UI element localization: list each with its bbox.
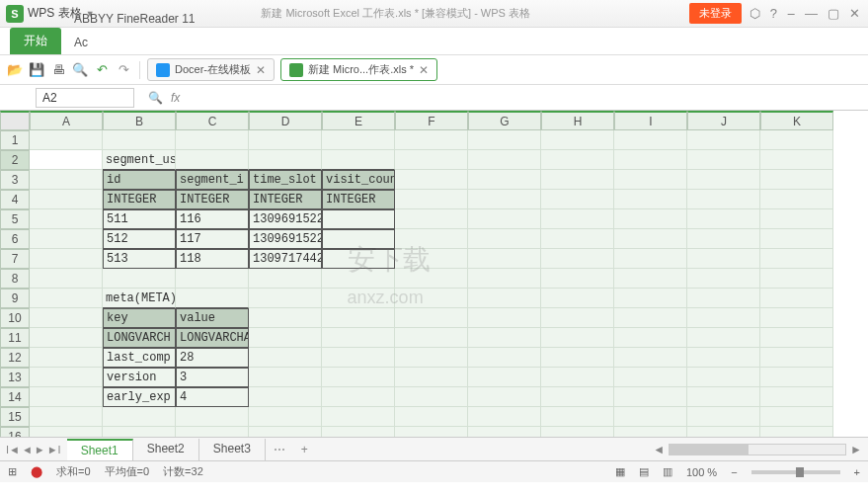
cell-J16[interactable] — [687, 427, 760, 437]
cell-B1[interactable] — [103, 130, 176, 150]
row-header-15[interactable]: 15 — [0, 407, 30, 427]
ribbon-tab-10[interactable]: Ac — [61, 31, 208, 54]
cell-K3[interactable] — [760, 170, 833, 190]
cell-I13[interactable] — [614, 368, 687, 387]
cell-B12[interactable]: last_comp — [103, 348, 176, 368]
sheet-menu-icon[interactable]: ⋯ — [266, 443, 293, 456]
zoom-out-icon[interactable]: − — [731, 466, 737, 478]
sheet-nav-next-icon[interactable]: ► — [35, 444, 45, 455]
cell-F10[interactable] — [395, 308, 468, 328]
print-icon[interactable]: 🖶 — [49, 61, 67, 79]
cell-F7[interactable] — [395, 249, 468, 269]
cell-I9[interactable] — [614, 289, 687, 308]
document-tab-1[interactable]: 新建 Micro...作表.xls *✕ — [280, 58, 437, 81]
cell-A9[interactable] — [30, 289, 103, 308]
cell-D2[interactable] — [249, 150, 322, 170]
cell-A15[interactable] — [30, 407, 103, 427]
cell-E14[interactable] — [322, 387, 395, 407]
cell-F11[interactable] — [395, 328, 468, 348]
cell-F13[interactable] — [395, 368, 468, 387]
cell-B16[interactable] — [103, 427, 176, 437]
cell-C12[interactable]: 28 — [176, 348, 249, 368]
cell-G5[interactable] — [468, 209, 541, 229]
column-header-G[interactable]: G — [468, 111, 541, 130]
zoom-level[interactable]: 100 % — [686, 466, 717, 478]
cell-A11[interactable] — [30, 328, 103, 348]
cell-I12[interactable] — [614, 348, 687, 368]
select-all-cell[interactable] — [0, 111, 30, 130]
view-page-icon[interactable]: ▤ — [639, 465, 649, 478]
cell-J4[interactable] — [687, 190, 760, 209]
cell-B9[interactable]: meta(META) — [103, 289, 176, 308]
cell-J5[interactable] — [687, 209, 760, 229]
cell-C16[interactable] — [176, 427, 249, 437]
cell-D12[interactable] — [249, 348, 322, 368]
cell-A13[interactable] — [30, 368, 103, 387]
input-mode-icon[interactable]: ⊞ — [8, 465, 17, 478]
row-header-9[interactable]: 9 — [0, 289, 30, 308]
fx-search-icon[interactable]: 🔍 — [148, 91, 163, 105]
cell-H5[interactable] — [541, 209, 614, 229]
cell-D14[interactable] — [249, 387, 322, 407]
cell-D3[interactable]: time_slot — [249, 170, 322, 190]
undo-icon[interactable]: ↶ — [93, 61, 111, 79]
close-tab-icon[interactable]: ✕ — [419, 63, 429, 77]
cell-F15[interactable] — [395, 407, 468, 427]
cell-G1[interactable] — [468, 130, 541, 150]
cell-G4[interactable] — [468, 190, 541, 209]
add-sheet-button[interactable]: + — [293, 443, 316, 456]
cell-A12[interactable] — [30, 348, 103, 368]
cell-K12[interactable] — [760, 348, 833, 368]
cell-A8[interactable] — [30, 269, 103, 289]
cell-E7[interactable] — [322, 249, 395, 269]
row-header-13[interactable]: 13 — [0, 368, 30, 387]
cell-E3[interactable]: visit_count — [322, 170, 395, 190]
column-header-B[interactable]: B — [103, 111, 176, 130]
ribbon-tab-8[interactable]: 特色功能 — [61, 0, 208, 7]
cell-D6[interactable]: 1309691522 — [249, 229, 322, 249]
cell-C4[interactable]: INTEGER — [176, 190, 249, 209]
cell-J9[interactable] — [687, 289, 760, 308]
sheet-nav-first-icon[interactable]: I◄ — [6, 444, 20, 455]
cell-B14[interactable]: early_exp — [103, 387, 176, 407]
cell-F14[interactable] — [395, 387, 468, 407]
column-header-K[interactable]: K — [760, 111, 833, 130]
cell-K10[interactable] — [760, 308, 833, 328]
cell-F6[interactable] — [395, 229, 468, 249]
cell-E8[interactable] — [322, 269, 395, 289]
cell-C3[interactable]: segment_i — [176, 170, 249, 190]
scroll-right-icon[interactable]: ► — [850, 443, 862, 456]
cell-J14[interactable] — [687, 387, 760, 407]
ribbon-tab-start[interactable]: 开始 — [10, 28, 61, 54]
row-header-4[interactable]: 4 — [0, 190, 30, 209]
cell-A1[interactable] — [30, 130, 103, 150]
cell-B8[interactable] — [103, 269, 176, 289]
cell-C14[interactable]: 4 — [176, 387, 249, 407]
cell-C7[interactable]: 118 — [176, 249, 249, 269]
cell-H15[interactable] — [541, 407, 614, 427]
login-button[interactable]: 未登录 — [689, 3, 742, 24]
column-header-D[interactable]: D — [249, 111, 322, 130]
cell-G14[interactable] — [468, 387, 541, 407]
cell-I8[interactable] — [614, 269, 687, 289]
row-header-6[interactable]: 6 — [0, 229, 30, 249]
cell-K5[interactable] — [760, 209, 833, 229]
cell-I4[interactable] — [614, 190, 687, 209]
sheet-nav-prev-icon[interactable]: ◄ — [22, 444, 33, 455]
cell-H8[interactable] — [541, 269, 614, 289]
cell-G15[interactable] — [468, 407, 541, 427]
cell-I6[interactable] — [614, 229, 687, 249]
sheet-nav-last-icon[interactable]: ►I — [47, 444, 61, 455]
cell-H3[interactable] — [541, 170, 614, 190]
name-box[interactable]: A2 — [36, 88, 134, 108]
cell-H13[interactable] — [541, 368, 614, 387]
column-header-A[interactable]: A — [30, 111, 103, 130]
cell-D5[interactable]: 1309691522 — [249, 209, 322, 229]
cell-E16[interactable] — [322, 427, 395, 437]
cell-K13[interactable] — [760, 368, 833, 387]
row-header-8[interactable]: 8 — [0, 269, 30, 289]
maximize-icon[interactable]: ▢ — [828, 6, 839, 21]
row-header-10[interactable]: 10 — [0, 308, 30, 328]
cell-J10[interactable] — [687, 308, 760, 328]
cell-H11[interactable] — [541, 328, 614, 348]
